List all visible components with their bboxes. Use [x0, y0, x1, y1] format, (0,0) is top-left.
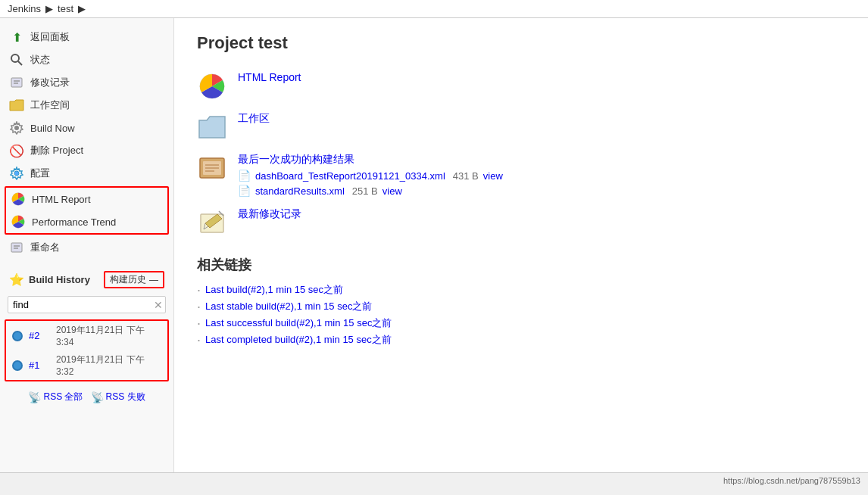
build-history-badge: 构建历史 —: [104, 271, 164, 288]
svg-point-6: [14, 171, 19, 176]
related-link-item-1: Last stable build(#2),1 min 15 sec之前: [197, 298, 845, 315]
related-link-1[interactable]: Last stable build(#2),1 min 15 sec之前: [205, 300, 372, 313]
file1-view-link[interactable]: view: [483, 170, 503, 182]
folder-icon: [9, 98, 24, 113]
star-icon: ⭐: [9, 272, 24, 287]
html-report-content-icon: [197, 71, 227, 101]
last-change-icon: [197, 207, 227, 238]
build-row-2[interactable]: #2 2019年11月21日 下午3:34: [6, 321, 167, 350]
file2-icon: 📄: [238, 185, 251, 197]
sidebar-label-performance-trend: Performance Trend: [32, 216, 116, 228]
related-links-title: 相关链接: [197, 256, 845, 274]
page-title: Project test: [197, 33, 845, 53]
last-change-link[interactable]: 最新修改记录: [238, 207, 301, 221]
breadcrumb-test[interactable]: test: [58, 3, 73, 14]
bottombar: https://blog.csdn.net/pang787559b13: [0, 472, 868, 488]
sidebar-item-html-report[interactable]: HTML Report: [6, 188, 167, 210]
build-list: #2 2019年11月21日 下午3:34 #1 2019年11月21日 下午3…: [5, 319, 169, 381]
sidebar-label-html-report: HTML Report: [32, 194, 91, 205]
svg-rect-2: [11, 78, 22, 87]
sidebar-item-performance-trend[interactable]: Performance Trend: [6, 210, 167, 233]
find-clear-button[interactable]: ✕: [154, 299, 163, 311]
file2-view-link[interactable]: view: [382, 185, 402, 197]
rss-all-icon: 📡: [28, 391, 41, 403]
sidebar-item-rename[interactable]: 重命名: [0, 236, 173, 259]
last-success-link[interactable]: 最后一次成功的构建结果: [238, 153, 503, 167]
sidebar-item-changelog[interactable]: 修改记录: [0, 71, 173, 94]
file1-size: 431 B: [453, 170, 479, 182]
breadcrumb-jenkins[interactable]: Jenkins: [8, 3, 41, 14]
related-links-list: Last build(#2),1 min 15 sec之前 Last stabl…: [197, 282, 845, 348]
sidebar-item-buildnow[interactable]: Build Now: [0, 117, 173, 139]
last-success-row: 最后一次成功的构建结果 📄 dashBoard_TestReport201911…: [197, 153, 845, 197]
content-area: Project test HTML Report: [174, 18, 868, 472]
bottombar-url: https://blog.csdn.net/pang787559b13: [723, 476, 860, 485]
config-gear-icon: [9, 166, 24, 181]
build-history-header: ⭐ Build History 构建历史 —: [0, 266, 173, 293]
svg-point-0: [11, 54, 19, 62]
rss-fail-icon: 📡: [91, 391, 104, 403]
breadcrumb-sep-1: ▶: [45, 3, 53, 14]
build-date-1: 2019年11月21日 下午3:32: [56, 353, 161, 377]
build-history-badge-icon: —: [149, 275, 158, 285]
html-report-content-body: HTML Report: [238, 71, 301, 83]
related-link-0[interactable]: Last build(#2),1 min 15 sec之前: [205, 283, 343, 297]
topbar: Jenkins ▶ test ▶: [0, 0, 868, 18]
gear-icon: [9, 120, 24, 135]
file2-link[interactable]: standardResults.xml: [255, 185, 345, 197]
build-history-badge-label: 构建历史: [110, 273, 146, 286]
build-history-header-left: ⭐ Build History: [9, 272, 90, 287]
html-report-icon: [11, 191, 26, 207]
performance-trend-icon: [11, 214, 26, 229]
breadcrumb-sep-2: ▶: [78, 3, 86, 14]
html-report-content-link[interactable]: HTML Report: [238, 71, 301, 83]
sidebar-label-status: 状态: [30, 53, 50, 67]
rename-icon: [9, 240, 24, 255]
sidebar-label-delete: 删除 Project: [30, 144, 83, 157]
main-layout: ⬆ 返回面板 状态 修改记录 工作空间 Build Now: [0, 18, 868, 472]
svg-point-5: [14, 126, 19, 130]
sidebar-label-rename: 重命名: [30, 241, 60, 254]
sidebar-item-delete[interactable]: 🚫 删除 Project: [0, 139, 173, 162]
last-success-icon: [197, 153, 227, 183]
related-link-item-0: Last build(#2),1 min 15 sec之前: [197, 282, 845, 298]
related-link-item-3: Last completed build(#2),1 min 15 sec之前: [197, 332, 845, 348]
sidebar-item-workspace[interactable]: 工作空间: [0, 94, 173, 117]
pencil-icon: [9, 75, 24, 90]
sidebar-highlighted-group: HTML Report Performance Trend: [5, 186, 169, 235]
file1-icon: 📄: [238, 170, 251, 182]
related-link-item-2: Last successful build(#2),1 min 15 sec之前: [197, 315, 845, 332]
build-row-1[interactable]: #1 2019年11月21日 下午3:32: [6, 350, 167, 380]
rss-all-link[interactable]: 📡 RSS 全部: [28, 391, 83, 403]
file-row-2: 📄 standardResults.xml 251 B view: [238, 185, 503, 197]
sidebar-item-back[interactable]: ⬆ 返回面板: [0, 26, 173, 48]
build-history-title: Build History: [29, 274, 90, 285]
rss-all-label: RSS 全部: [43, 391, 83, 403]
sidebar-item-config[interactable]: 配置: [0, 162, 173, 185]
file1-link[interactable]: dashBoard_TestReport20191121_0334.xml: [255, 170, 445, 182]
build-link-1[interactable]: #1: [29, 360, 50, 371]
sidebar-label-changelog: 修改记录: [30, 76, 70, 89]
build-date-2: 2019年11月21日 下午3:34: [56, 324, 161, 347]
build-link-2[interactable]: #2: [29, 330, 50, 341]
no-icon: 🚫: [9, 143, 24, 158]
find-input-wrap: ✕: [0, 293, 173, 316]
find-input[interactable]: [8, 296, 166, 313]
rss-fail-label: RSS 失败: [106, 391, 145, 403]
html-report-row: HTML Report: [197, 71, 845, 101]
sidebar: ⬆ 返回面板 状态 修改记录 工作空间 Build Now: [0, 18, 174, 472]
search-icon: [9, 52, 24, 67]
build-status-dot-1: [12, 360, 23, 371]
related-link-2[interactable]: Last successful build(#2),1 min 15 sec之前: [205, 316, 392, 330]
file-row-1: 📄 dashBoard_TestReport20191121_0334.xml …: [238, 170, 503, 182]
svg-line-1: [18, 61, 22, 65]
workspace-content-link[interactable]: 工作区: [238, 112, 270, 126]
workspace-row: 工作区: [197, 112, 845, 142]
sidebar-label-buildnow: Build Now: [30, 123, 75, 134]
related-link-3[interactable]: Last completed build(#2),1 min 15 sec之前: [205, 333, 392, 347]
workspace-content-icon: [197, 112, 227, 142]
workspace-content-body: 工作区: [238, 112, 270, 126]
arrow-up-icon: ⬆: [9, 30, 24, 45]
sidebar-item-status[interactable]: 状态: [0, 48, 173, 71]
rss-fail-link[interactable]: 📡 RSS 失败: [91, 391, 145, 403]
